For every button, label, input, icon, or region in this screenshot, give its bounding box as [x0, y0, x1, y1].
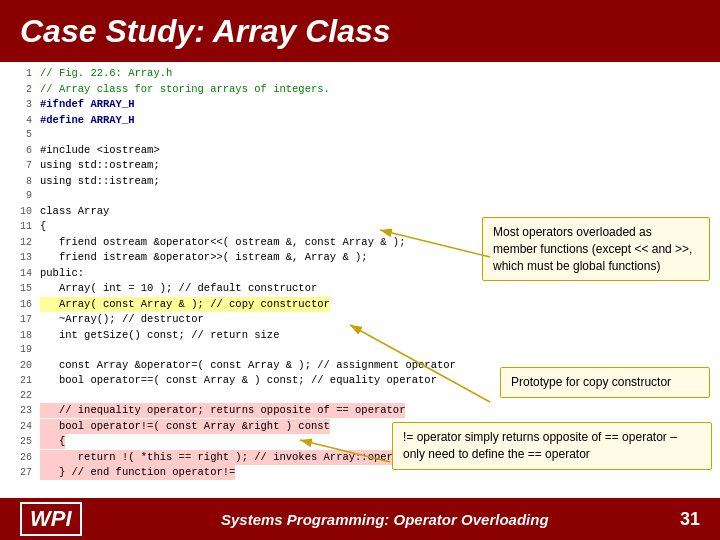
- line-number: 16: [10, 298, 32, 313]
- code-line-text: class Array: [40, 204, 109, 219]
- line-number: 13: [10, 251, 32, 266]
- line-number: 3: [10, 98, 32, 113]
- code-line-text: Array( int = 10 ); // default constructo…: [40, 281, 317, 296]
- wpi-logo: WPI: [20, 502, 90, 536]
- line-number: 5: [10, 128, 32, 143]
- callout-copy-constructor: Prototype for copy constructor: [500, 367, 710, 398]
- line-number: 22: [10, 389, 32, 404]
- line-number: 11: [10, 220, 32, 235]
- line-number: 27: [10, 466, 32, 481]
- code-line-text: int getSize() const; // return size: [40, 328, 279, 343]
- code-line-text: friend istream &operator>>( istream &, A…: [40, 250, 368, 265]
- code-line-text: // Fig. 22.6: Array.h: [40, 66, 172, 81]
- line-number: 23: [10, 404, 32, 419]
- code-line-text: public:: [40, 266, 84, 281]
- code-line-text: bool operator==( const Array & ) const; …: [40, 373, 437, 388]
- line-number: 9: [10, 189, 32, 204]
- line-number: 19: [10, 343, 32, 358]
- line-number: 6: [10, 144, 32, 159]
- callout-copy-constructor-text: Prototype for copy constructor: [511, 375, 671, 389]
- table-row: 7using std::ostream;: [10, 158, 710, 174]
- slide-title: Case Study: Array Class: [20, 13, 391, 50]
- code-line-text: bool operator!=( const Array &right ) co…: [40, 419, 330, 434]
- callout-inequality: != operator simply returns opposite of =…: [392, 422, 712, 470]
- code-line-text: } // end function operator!=: [40, 465, 235, 480]
- code-line-text: #define ARRAY_H: [40, 113, 135, 128]
- line-number: 4: [10, 114, 32, 129]
- table-row: 19: [10, 343, 710, 358]
- code-line-text: using std::istream;: [40, 174, 160, 189]
- line-number: 8: [10, 175, 32, 190]
- line-number: 12: [10, 236, 32, 251]
- code-line-text: friend ostream &operator<<( ostream &, c…: [40, 235, 405, 250]
- table-row: 6#include <iostream>: [10, 143, 710, 159]
- line-number: 17: [10, 313, 32, 328]
- code-line-text: using std::ostream;: [40, 158, 160, 173]
- table-row: 16 Array( const Array & ); // copy const…: [10, 297, 710, 313]
- code-line-text: return !( *this == right ); // invokes A…: [40, 450, 431, 465]
- line-number: 24: [10, 420, 32, 435]
- content-area: © 2007 Pearson Ed. All rights reserved. …: [0, 62, 720, 498]
- line-number: 2: [10, 83, 32, 98]
- footer-bar: WPI Systems Programming: Operator Overlo…: [0, 498, 720, 540]
- table-row: 5: [10, 128, 710, 143]
- line-number: 21: [10, 374, 32, 389]
- code-line-text: {: [40, 434, 65, 449]
- line-number: 18: [10, 329, 32, 344]
- code-line-text: // inequality operator; returns opposite…: [40, 403, 405, 418]
- line-number: 7: [10, 159, 32, 174]
- footer-label: Systems Programming: Operator Overloadin…: [221, 511, 549, 528]
- code-line-text: {: [40, 219, 46, 234]
- line-number: 25: [10, 435, 32, 450]
- table-row: 2// Array class for storing arrays of in…: [10, 82, 710, 98]
- code-line-text: ~Array(); // destructor: [40, 312, 204, 327]
- footer-page: 31: [680, 509, 700, 530]
- line-number: 1: [10, 67, 32, 82]
- code-line-text: const Array &operator=( const Array & );…: [40, 358, 456, 373]
- line-number: 15: [10, 282, 32, 297]
- callout-operators-text: Most operators overloaded as member func…: [493, 225, 692, 273]
- code-line-text: #ifndef ARRAY_H: [40, 97, 135, 112]
- table-row: 18 int getSize() const; // return size: [10, 328, 710, 344]
- callout-operators: Most operators overloaded as member func…: [482, 217, 710, 281]
- table-row: 17 ~Array(); // destructor: [10, 312, 710, 328]
- table-row: 4#define ARRAY_H: [10, 113, 710, 129]
- table-row: 1// Fig. 22.6: Array.h: [10, 66, 710, 82]
- wpi-logo-text: WPI: [20, 502, 82, 536]
- slide-container: Case Study: Array Class © 2007 Pearson E…: [0, 0, 720, 540]
- table-row: 23 // inequality operator; returns oppos…: [10, 403, 710, 419]
- callout-inequality-text: != operator simply returns opposite of =…: [403, 430, 677, 461]
- line-number: 14: [10, 267, 32, 282]
- code-line-text: Array( const Array & ); // copy construc…: [40, 297, 330, 312]
- table-row: 3#ifndef ARRAY_H: [10, 97, 710, 113]
- code-line-text: #include <iostream>: [40, 143, 160, 158]
- table-row: 15 Array( int = 10 ); // default constru…: [10, 281, 710, 297]
- title-bar: Case Study: Array Class: [0, 0, 720, 62]
- table-row: 8using std::istream;: [10, 174, 710, 190]
- code-line-text: // Array class for storing arrays of int…: [40, 82, 330, 97]
- line-number: 20: [10, 359, 32, 374]
- line-number: 26: [10, 451, 32, 466]
- table-row: 9: [10, 189, 710, 204]
- line-number: 10: [10, 205, 32, 220]
